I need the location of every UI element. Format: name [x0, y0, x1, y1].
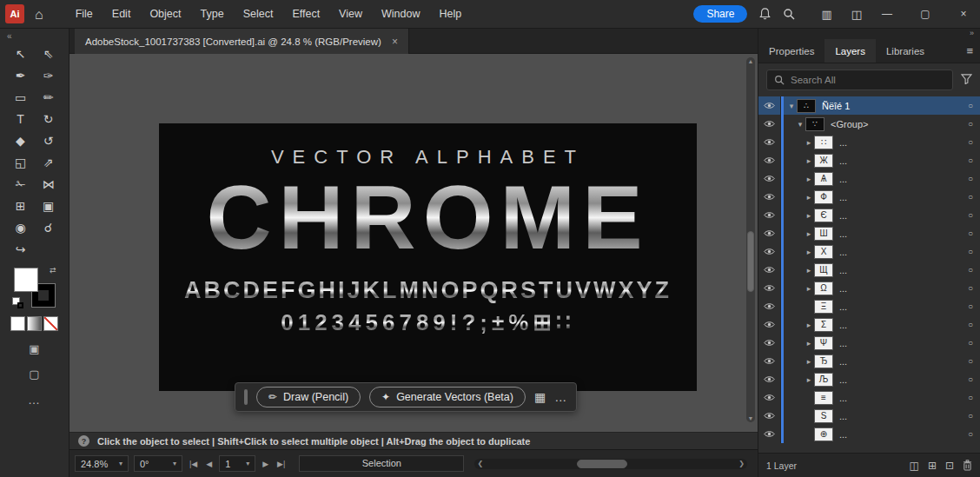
- default-fill-stroke-icon[interactable]: [13, 298, 23, 308]
- drawing-mode-button[interactable]: ▣: [0, 342, 69, 355]
- filter-funnel-icon[interactable]: [961, 72, 972, 88]
- target-circle-icon[interactable]: ○: [961, 283, 980, 293]
- expand-chevron-icon[interactable]: ▸: [804, 248, 814, 256]
- expand-chevron-icon[interactable]: ▸: [804, 375, 814, 384]
- target-circle-icon[interactable]: ○: [961, 192, 980, 202]
- layer-row[interactable]: ▸Є...○: [758, 206, 980, 224]
- layer-row[interactable]: ▸Ω...○: [758, 279, 980, 297]
- arrange-documents-icon[interactable]: ▥: [821, 8, 831, 21]
- target-circle-icon[interactable]: ○: [961, 393, 980, 402]
- menu-help[interactable]: Help: [429, 0, 471, 29]
- expand-chevron-icon[interactable]: ▸: [804, 193, 814, 202]
- vertical-scrollbar-thumb[interactable]: [747, 231, 754, 292]
- window-maximize-button[interactable]: ▢: [912, 0, 938, 29]
- last-artboard-icon[interactable]: ▶|: [275, 460, 287, 468]
- edit-toolbar-icon[interactable]: …: [0, 393, 69, 407]
- tab-close-icon[interactable]: ×: [392, 36, 398, 48]
- visibility-eye-icon[interactable]: [758, 425, 781, 443]
- layer-name[interactable]: ...: [839, 338, 961, 348]
- type-tool-icon[interactable]: T: [7, 108, 35, 129]
- visibility-eye-icon[interactable]: [758, 96, 781, 115]
- target-circle-icon[interactable]: ○: [961, 301, 980, 311]
- tab-libraries[interactable]: Libraries: [876, 39, 935, 63]
- expand-chevron-icon[interactable]: ▸: [804, 266, 814, 275]
- layer-row[interactable]: ▸Х...○: [758, 242, 980, 261]
- visibility-eye-icon[interactable]: [758, 169, 781, 188]
- visibility-eye-icon[interactable]: [758, 151, 781, 169]
- knife-tool-icon[interactable]: ✁: [7, 173, 35, 195]
- visibility-eye-icon[interactable]: [758, 133, 781, 151]
- expand-chevron-icon[interactable]: ▸: [804, 229, 814, 238]
- layer-name[interactable]: ...: [839, 265, 961, 275]
- menu-select[interactable]: Select: [234, 0, 283, 29]
- target-circle-icon[interactable]: ○: [961, 156, 980, 165]
- menu-window[interactable]: Window: [372, 0, 429, 29]
- screen-mode-button[interactable]: ▢: [0, 368, 69, 381]
- expand-chevron-icon[interactable]: ▸: [804, 138, 814, 147]
- new-layer-icon[interactable]: ⊡: [945, 460, 954, 472]
- artboard[interactable]: VECTOR ALPHABET CHROME ABCDEFGHIJKLMNOPQ…: [159, 123, 697, 391]
- layer-name[interactable]: ...: [839, 374, 961, 385]
- layer-row[interactable]: ▾∵<Group>○: [758, 115, 980, 133]
- toolbar-collapse-icon[interactable]: «: [0, 29, 69, 43]
- media-intake-icon[interactable]: ▦: [534, 390, 546, 404]
- workspace-switcher-icon[interactable]: ◫: [851, 8, 862, 21]
- layer-name[interactable]: ...: [839, 320, 961, 330]
- visibility-eye-icon[interactable]: [758, 279, 781, 297]
- horizontal-scrollbar[interactable]: ❮ ❯ ▲: [474, 459, 747, 469]
- hand-tool-icon[interactable]: ↪: [7, 238, 35, 260]
- target-circle-icon[interactable]: ○: [961, 210, 980, 220]
- tab-properties[interactable]: Properties: [758, 39, 824, 63]
- menu-edit[interactable]: Edit: [103, 0, 141, 29]
- expand-chevron-icon[interactable]: ▾: [786, 102, 797, 110]
- delete-layer-icon[interactable]: [963, 460, 972, 471]
- visibility-eye-icon[interactable]: [758, 261, 781, 279]
- horizontal-scrollbar-thumb[interactable]: [577, 460, 627, 468]
- shear-tool-icon[interactable]: ⇗: [35, 151, 63, 173]
- perspective-grid-tool-icon[interactable]: ⊞: [7, 195, 35, 216]
- scale-tool-icon[interactable]: ◱: [7, 151, 35, 173]
- target-circle-icon[interactable]: ○: [961, 411, 980, 421]
- menu-effect[interactable]: Effect: [282, 0, 329, 29]
- visibility-eye-icon[interactable]: [758, 297, 781, 315]
- expand-chevron-icon[interactable]: ▸: [804, 284, 814, 293]
- layer-name[interactable]: ...: [839, 283, 961, 294]
- layer-name[interactable]: Ñëîé 1: [822, 101, 961, 111]
- layer-name[interactable]: ...: [839, 301, 961, 312]
- panel-collapse-icon[interactable]: »: [970, 29, 974, 37]
- selection-tool-icon[interactable]: ↖: [7, 43, 35, 64]
- first-artboard-icon[interactable]: |◀: [188, 460, 199, 468]
- visibility-eye-icon[interactable]: [758, 115, 781, 133]
- expand-chevron-icon[interactable]: ▸: [804, 321, 814, 329]
- search-input[interactable]: Search All: [766, 70, 953, 90]
- menu-type[interactable]: Type: [191, 0, 234, 29]
- visibility-eye-icon[interactable]: [758, 224, 781, 242]
- color-button[interactable]: [11, 317, 24, 330]
- taskbar-more-icon[interactable]: …: [554, 390, 567, 404]
- new-sublayer-icon[interactable]: ⊞: [928, 460, 937, 472]
- visibility-eye-icon[interactable]: [758, 315, 781, 334]
- tab-layers[interactable]: Layers: [824, 39, 876, 63]
- visibility-eye-icon[interactable]: [758, 407, 781, 425]
- layer-row[interactable]: ▸Σ...○: [758, 315, 980, 334]
- shape-builder-tool-icon[interactable]: ◉: [7, 216, 35, 238]
- target-circle-icon[interactable]: ○: [961, 265, 980, 275]
- make-clipping-mask-icon[interactable]: ◫: [910, 460, 919, 472]
- layer-name[interactable]: <Group>: [831, 119, 961, 129]
- artboard-tool-icon[interactable]: ▣: [35, 195, 63, 216]
- rotate-view-tool-icon[interactable]: ↺: [35, 129, 63, 151]
- previous-artboard-icon[interactable]: ◀: [204, 460, 214, 468]
- target-circle-icon[interactable]: ○: [961, 320, 980, 329]
- search-icon[interactable]: [783, 8, 795, 20]
- visibility-eye-icon[interactable]: [758, 334, 781, 352]
- visibility-eye-icon[interactable]: [758, 388, 781, 407]
- zoom-tool-icon[interactable]: ☌: [35, 216, 63, 238]
- layer-row[interactable]: ▸∷...○: [758, 133, 980, 151]
- swap-fill-stroke-icon[interactable]: ⇄: [50, 266, 56, 275]
- expand-chevron-icon[interactable]: ▾: [795, 120, 805, 129]
- target-circle-icon[interactable]: ○: [961, 174, 980, 183]
- target-circle-icon[interactable]: ○: [961, 229, 980, 238]
- layer-row[interactable]: Ξ...○: [758, 297, 980, 315]
- generate-vectors-button[interactable]: ✦ Generate Vectors (Beta): [369, 387, 526, 407]
- width-tool-icon[interactable]: ⋈: [35, 173, 63, 195]
